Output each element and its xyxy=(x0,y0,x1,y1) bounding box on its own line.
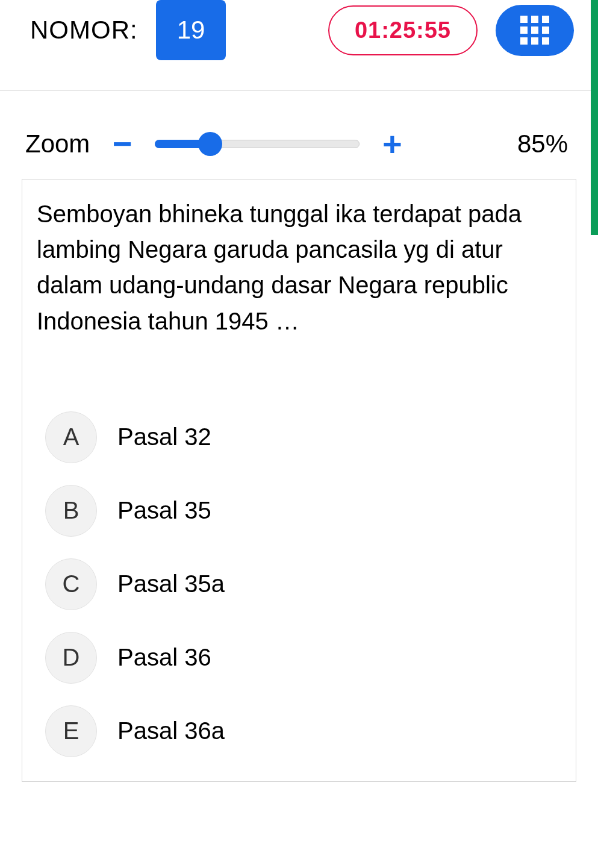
zoom-controls: Zoom − + 85% xyxy=(0,91,598,179)
question-number-value: 19 xyxy=(177,16,205,44)
timer-value: 01:25:55 xyxy=(355,17,451,43)
option-b[interactable]: B Pasal 35 xyxy=(45,485,561,537)
scroll-indicator xyxy=(591,0,598,235)
zoom-slider[interactable] xyxy=(155,137,360,151)
option-letter: B xyxy=(45,485,97,537)
question-card: Semboyan bhineka tunggal ika terdapat pa… xyxy=(22,179,576,782)
question-text: Semboyan bhineka tunggal ika terdapat pa… xyxy=(37,196,561,339)
option-text: Pasal 36a xyxy=(117,717,225,745)
option-letter: E xyxy=(45,705,97,757)
zoom-out-button[interactable]: − xyxy=(110,127,134,161)
option-text: Pasal 36 xyxy=(117,644,211,671)
option-c[interactable]: C Pasal 35a xyxy=(45,558,561,610)
option-e[interactable]: E Pasal 36a xyxy=(45,705,561,757)
option-a[interactable]: A Pasal 32 xyxy=(45,411,561,463)
option-letter: C xyxy=(45,558,97,610)
option-d[interactable]: D Pasal 36 xyxy=(45,632,561,684)
question-number-label: NOMOR: xyxy=(30,16,138,45)
timer-pill: 01:25:55 xyxy=(328,5,478,55)
option-letter: A xyxy=(45,411,97,463)
question-number-badge: 19 xyxy=(156,0,226,60)
grid-icon xyxy=(520,16,549,45)
option-text: Pasal 32 xyxy=(117,423,211,451)
header-bar: NOMOR: 19 01:25:55 xyxy=(0,0,598,91)
zoom-in-button[interactable]: + xyxy=(380,127,404,161)
option-text: Pasal 35 xyxy=(117,497,211,524)
zoom-label: Zoom xyxy=(25,130,90,158)
zoom-value: 85% xyxy=(517,130,568,158)
option-letter: D xyxy=(45,632,97,684)
question-grid-button[interactable] xyxy=(496,5,574,56)
slider-thumb[interactable] xyxy=(198,132,222,156)
options-list: A Pasal 32 B Pasal 35 C Pasal 35a D Pasa… xyxy=(37,411,561,757)
option-text: Pasal 35a xyxy=(117,570,225,598)
